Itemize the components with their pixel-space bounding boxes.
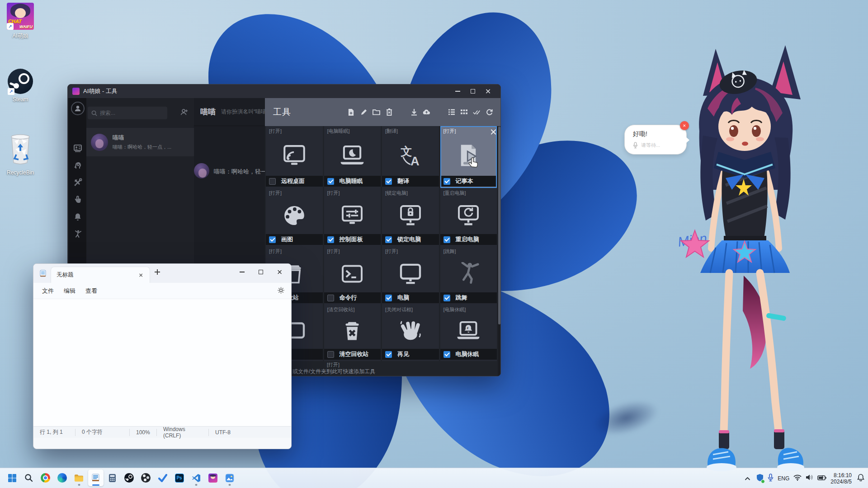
close-button[interactable] <box>481 86 496 97</box>
minimize-button[interactable] <box>450 86 465 97</box>
status-zoom[interactable]: 100% <box>130 429 157 436</box>
menu-view[interactable]: 查看 <box>80 285 102 297</box>
tool-card-terminal[interactable]: [打开] 命令行 <box>324 246 381 305</box>
maximize-button[interactable] <box>465 86 481 97</box>
notifications-bell-icon[interactable] <box>857 474 864 483</box>
microphone-icon[interactable] <box>768 474 774 483</box>
tab-close-icon[interactable] <box>139 273 143 277</box>
menu-file[interactable]: 文件 <box>37 285 59 297</box>
dance-icon[interactable] <box>73 229 83 239</box>
tools-icon[interactable] <box>73 178 83 188</box>
bubble-close-icon[interactable] <box>680 121 689 130</box>
chat-list-item[interactable]: 喵喵 喵喵：啊哈哈，轻一点，... <box>86 128 194 156</box>
cloud-upload-icon[interactable] <box>423 108 430 116</box>
new-file-icon[interactable] <box>347 108 355 116</box>
vscode-icon[interactable] <box>189 469 204 486</box>
tool-checkbox[interactable] <box>269 236 276 243</box>
status-encoding[interactable]: UTF-8 <box>209 429 237 436</box>
minimize-button[interactable] <box>232 264 251 280</box>
user-avatar[interactable] <box>71 102 85 115</box>
volume-icon[interactable] <box>806 474 813 483</box>
delete-icon[interactable] <box>385 108 393 116</box>
tool-checkbox[interactable] <box>385 236 392 243</box>
desktop-icon-chatwaifu[interactable]: CHAT WAIFU ↗ AI萌娘 <box>0 3 41 40</box>
tool-card-goodbye[interactable]: [关闭对话框] 再见 <box>382 305 439 361</box>
start-button[interactable] <box>5 469 20 486</box>
vtuber-character[interactable]: Mian <box>676 41 825 472</box>
tool-checkbox[interactable] <box>269 178 276 185</box>
tool-checkbox[interactable] <box>385 295 392 301</box>
edge-icon[interactable] <box>55 469 70 486</box>
notepad-app-icon <box>39 270 47 279</box>
tool-card-restart-pc[interactable]: [重启电脑] 重启电脑 <box>440 188 497 246</box>
notepad-tab[interactable]: 无标题 <box>51 267 150 283</box>
tool-checkbox[interactable] <box>443 178 450 185</box>
text-editor-area[interactable] <box>33 299 291 426</box>
battery-icon[interactable] <box>817 474 826 483</box>
wifi-icon[interactable] <box>793 474 802 483</box>
tool-checkbox[interactable] <box>443 351 450 358</box>
chrome-icon[interactable] <box>38 469 53 486</box>
touch-icon[interactable] <box>73 195 83 205</box>
grid-view-icon[interactable] <box>460 108 468 116</box>
tool-card-pc-sleep[interactable]: [电脑睡眠] 电脑睡眠 <box>324 126 381 188</box>
tools-close-icon[interactable] <box>491 129 497 137</box>
tool-card-translate[interactable]: [翻译] 文A 翻译 <box>382 126 439 188</box>
search-input[interactable] <box>100 110 159 116</box>
contacts-icon[interactable] <box>73 143 83 153</box>
taskbar-clock[interactable]: 8:16:10 2024/8/5 <box>830 472 852 485</box>
search-box[interactable] <box>88 107 167 119</box>
notepad-titlebar[interactable]: 无标题 <box>33 264 291 283</box>
language-indicator[interactable]: ENG <box>778 475 789 482</box>
tool-checkbox[interactable] <box>327 236 334 243</box>
taskbar-search-icon[interactable] <box>21 469 37 486</box>
tool-checkbox[interactable] <box>327 295 334 301</box>
list-view-icon[interactable] <box>448 108 455 116</box>
close-button[interactable] <box>270 264 289 280</box>
edit-icon[interactable] <box>360 108 368 116</box>
tool-card-paint[interactable]: [打开] 画图 <box>266 188 323 246</box>
tool-checkbox[interactable] <box>327 178 334 185</box>
maximize-button[interactable] <box>251 264 270 280</box>
folder-icon[interactable] <box>373 108 380 116</box>
photos-icon[interactable] <box>222 469 237 486</box>
sneaker-right <box>777 448 804 471</box>
blue-check-app-icon[interactable] <box>155 469 170 486</box>
check-all-icon[interactable] <box>473 108 481 116</box>
status-line-ending[interactable]: Windows (CRLF) <box>157 429 209 436</box>
ai-brain-icon[interactable] <box>73 160 83 170</box>
photoshop-icon[interactable]: Ps <box>172 469 187 486</box>
steam-taskbar-icon[interactable] <box>122 469 137 486</box>
new-tab-button[interactable] <box>155 269 164 278</box>
tool-card-hibernate[interactable]: [电脑休眠] z 电脑休眠 <box>440 305 497 361</box>
desktop-icon-steam[interactable]: ↗ Steam <box>0 69 41 103</box>
tools-scrollbar[interactable] <box>498 127 500 376</box>
tool-card-control-panel[interactable]: [打开] 控制面板 <box>324 188 381 246</box>
chatwaifu-taskbar-icon[interactable] <box>205 469 221 486</box>
tool-card-computer[interactable]: [打开] 电脑 <box>382 246 439 305</box>
add-contact-icon[interactable] <box>179 108 189 118</box>
tool-checkbox[interactable] <box>327 351 334 358</box>
calculator-icon[interactable] <box>105 469 120 486</box>
download-icon[interactable] <box>410 108 418 116</box>
tool-card-empty-recycle[interactable]: [清空回收站] 清空回收站 <box>324 305 381 361</box>
menu-edit[interactable]: 编辑 <box>59 285 80 297</box>
tool-card-lock-pc[interactable]: [锁定电脑] 锁定电脑 <box>382 188 439 246</box>
bell-icon[interactable] <box>73 212 83 222</box>
desktop-icon-recyclebin[interactable]: RecycleBin <box>0 131 41 176</box>
refresh-icon[interactable] <box>486 108 493 116</box>
tool-checkbox[interactable] <box>443 236 450 243</box>
notepad-taskbar-icon[interactable] <box>88 469 104 486</box>
tool-checkbox[interactable] <box>443 295 450 301</box>
tool-checkbox[interactable] <box>385 351 392 358</box>
file-explorer-icon[interactable] <box>71 469 87 486</box>
window-titlebar[interactable]: AI萌娘 - 工具 <box>68 84 500 98</box>
tool-card-dance[interactable]: [跳舞] 跳舞 <box>440 246 497 305</box>
control-panel-icon <box>324 197 381 234</box>
security-shield-icon[interactable] <box>756 474 764 483</box>
tool-checkbox[interactable] <box>385 178 392 185</box>
settings-gear-icon[interactable] <box>277 286 285 296</box>
obs-icon[interactable] <box>138 469 154 486</box>
tray-chevron-icon[interactable] <box>745 474 750 483</box>
tool-card-remote-desktop[interactable]: [打开] 远程桌面 <box>266 126 323 188</box>
